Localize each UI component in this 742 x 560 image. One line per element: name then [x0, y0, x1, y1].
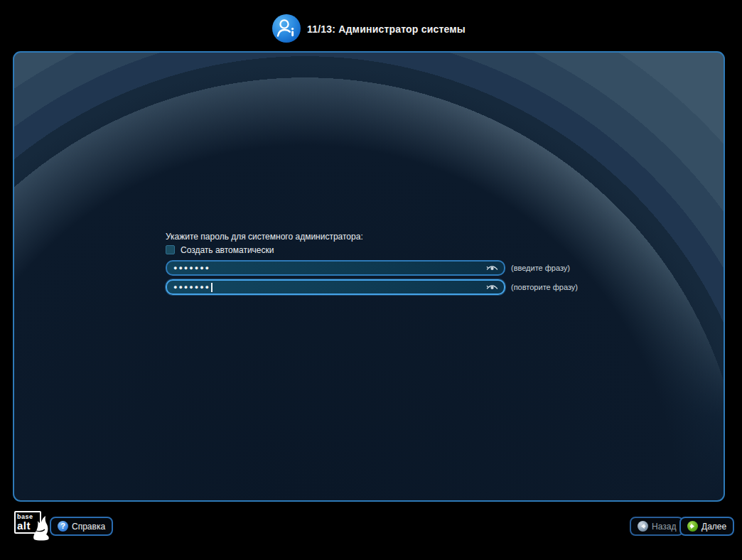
auto-create-checkbox[interactable] — [166, 245, 175, 254]
help-icon: ? — [58, 521, 68, 532]
password-prompt-label: Укажите пароль для системного администра… — [166, 232, 363, 242]
admin-user-icon — [272, 14, 301, 43]
help-button[interactable]: ? Справка — [50, 517, 113, 536]
next-arrow-icon — [687, 521, 698, 532]
installer-main-panel — [13, 51, 725, 502]
back-arrow-icon — [638, 521, 648, 532]
back-button-label: Назад — [652, 522, 676, 532]
text-cursor — [211, 283, 213, 292]
alt-griffin-silhouette — [30, 514, 51, 542]
show-password-icon[interactable] — [486, 264, 498, 273]
show-confirm-password-icon[interactable] — [486, 283, 498, 292]
step-title: 11/13: Администратор системы — [307, 23, 466, 35]
auto-create-checkbox-label[interactable]: Создать автоматически — [181, 245, 274, 255]
basealt-logo: base alt — [9, 510, 51, 542]
help-button-label: Справка — [72, 522, 105, 532]
password-masked-value: ●●●●●●● — [173, 264, 210, 271]
user-info-glyph — [272, 14, 301, 43]
confirm-hint: (повторите фразу) — [511, 283, 578, 291]
next-button[interactable]: Далее — [679, 517, 734, 536]
password-hint: (введите фразу) — [511, 264, 570, 272]
back-button[interactable]: Назад — [630, 517, 684, 536]
next-button-label: Далее — [701, 522, 726, 532]
confirm-password-input[interactable]: ●●●●●●● — [166, 279, 505, 295]
password-input[interactable]: ●●●●●●● — [166, 260, 505, 276]
confirm-masked-value: ●●●●●●● — [173, 284, 210, 291]
